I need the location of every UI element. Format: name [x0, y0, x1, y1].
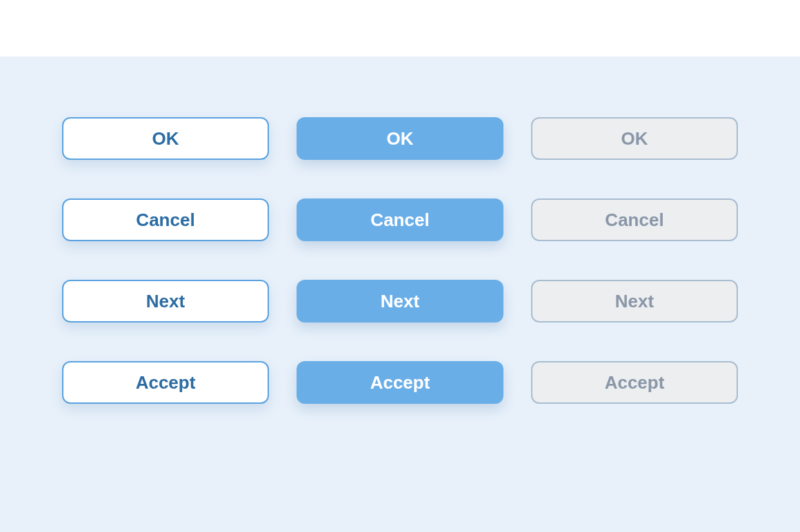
next-button-filled[interactable]: Next	[297, 280, 503, 323]
cancel-button-disabled: Cancel	[531, 198, 738, 241]
ok-button-outline[interactable]: OK	[62, 117, 269, 160]
accept-button-disabled: Accept	[531, 361, 738, 404]
cancel-button-outline[interactable]: Cancel	[62, 198, 269, 241]
next-button-disabled: Next	[531, 280, 738, 323]
ok-button-disabled: OK	[531, 117, 738, 160]
ok-button-filled[interactable]: OK	[297, 117, 503, 160]
button-showcase-canvas: OK OK OK Cancel Cancel Cancel Next Next …	[0, 57, 800, 532]
button-grid: OK OK OK Cancel Cancel Cancel Next Next …	[62, 117, 738, 532]
next-button-outline[interactable]: Next	[62, 280, 269, 323]
accept-button-filled[interactable]: Accept	[297, 361, 503, 404]
cancel-button-filled[interactable]: Cancel	[297, 198, 503, 241]
accept-button-outline[interactable]: Accept	[62, 361, 269, 404]
